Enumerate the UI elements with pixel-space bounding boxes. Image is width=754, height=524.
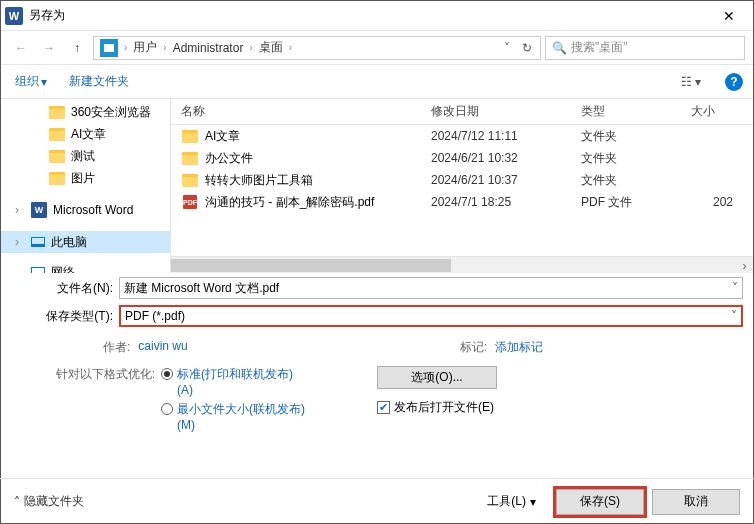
refresh-icon[interactable]: ↻ bbox=[516, 41, 538, 55]
sidebar-item[interactable]: 360安全浏览器 bbox=[1, 101, 170, 123]
filename-label: 文件名(N): bbox=[11, 280, 119, 297]
column-headers[interactable]: 名称 修改日期 类型 大小 bbox=[171, 99, 753, 125]
drive-icon bbox=[100, 39, 118, 57]
horizontal-scrollbar[interactable]: ‹ › bbox=[171, 256, 753, 273]
col-type[interactable]: 类型 bbox=[581, 103, 691, 120]
search-icon: 🔍 bbox=[552, 41, 567, 55]
chevron-up-icon: ˄ bbox=[14, 495, 20, 509]
tags-value[interactable]: 添加标记 bbox=[495, 339, 543, 356]
filetype-select[interactable]: PDF (*.pdf)˅ bbox=[119, 305, 743, 327]
folder-icon bbox=[49, 128, 65, 141]
breadcrumb-dropdown-icon[interactable]: ˅ bbox=[498, 41, 516, 55]
search-input[interactable]: 🔍 搜索"桌面" bbox=[545, 36, 745, 60]
view-mode-button[interactable]: ☷ ▾ bbox=[681, 75, 701, 89]
sidebar-item-word[interactable]: ›WMicrosoft Word bbox=[1, 199, 170, 221]
network-icon bbox=[31, 267, 45, 273]
sidebar-item[interactable]: 测试 bbox=[1, 145, 170, 167]
word-icon: W bbox=[31, 202, 47, 218]
options-button[interactable]: 选项(O)... bbox=[377, 366, 497, 389]
file-row[interactable]: PDF沟通的技巧 - 副本_解除密码.pdf2024/7/1 18:25PDF … bbox=[171, 191, 753, 213]
scroll-right-icon[interactable]: › bbox=[736, 257, 753, 274]
app-word-icon: W bbox=[5, 7, 23, 25]
pdf-icon: PDF bbox=[183, 195, 197, 209]
file-list[interactable]: AI文章2024/7/12 11:11文件夹 办公文件2024/6/21 10:… bbox=[171, 125, 753, 256]
open-after-checkbox[interactable]: ✔发布后打开文件(E) bbox=[377, 399, 497, 416]
breadcrumb-segment[interactable]: 用户 bbox=[129, 39, 161, 56]
chevron-right-icon: › bbox=[161, 42, 168, 53]
sidebar-item[interactable]: 图片 bbox=[1, 167, 170, 189]
folder-icon bbox=[182, 130, 198, 143]
search-placeholder: 搜索"桌面" bbox=[571, 39, 628, 56]
sidebar-item-network[interactable]: 网络 bbox=[1, 261, 170, 273]
file-row[interactable]: 转转大师图片工具箱2024/6/21 10:37文件夹 bbox=[171, 169, 753, 191]
file-row[interactable]: 办公文件2024/6/21 10:32文件夹 bbox=[171, 147, 753, 169]
new-folder-button[interactable]: 新建文件夹 bbox=[65, 71, 133, 92]
breadcrumb[interactable]: › 用户 › Administrator › 桌面 › ˅ ↻ bbox=[93, 36, 541, 60]
chevron-down-icon: ▾ bbox=[530, 495, 536, 509]
col-name[interactable]: 名称 bbox=[181, 103, 431, 120]
optimize-min-radio[interactable]: 最小文件大小(联机发布)(M) bbox=[161, 401, 307, 432]
tags-label: 标记: bbox=[460, 339, 487, 356]
nav-back-icon[interactable]: ← bbox=[9, 36, 33, 60]
hide-folders-toggle[interactable]: ˄隐藏文件夹 bbox=[14, 493, 84, 510]
chevron-right-icon: › bbox=[15, 203, 25, 217]
chevron-down-icon[interactable]: ˅ bbox=[731, 309, 737, 323]
folder-icon bbox=[182, 152, 198, 165]
chevron-right-icon: › bbox=[287, 42, 294, 53]
pc-icon bbox=[31, 237, 45, 247]
sidebar-item-pc[interactable]: ›此电脑 bbox=[1, 231, 170, 253]
filename-input[interactable]: 新建 Microsoft Word 文档.pdf˅ bbox=[119, 277, 743, 299]
radio-icon bbox=[161, 368, 173, 380]
help-icon[interactable]: ? bbox=[725, 73, 743, 91]
nav-forward-icon: → bbox=[37, 36, 61, 60]
close-button[interactable]: ✕ bbox=[709, 2, 749, 30]
tools-dropdown[interactable]: 工具(L) ▾ bbox=[487, 493, 536, 510]
chevron-right-icon: › bbox=[122, 42, 129, 53]
chevron-right-icon: › bbox=[15, 235, 25, 249]
folder-icon bbox=[49, 106, 65, 119]
folder-tree[interactable]: 360安全浏览器 AI文章 测试 图片 ›WMicrosoft Word ›此电… bbox=[1, 99, 171, 273]
save-button[interactable]: 保存(S) bbox=[556, 489, 644, 515]
cancel-button[interactable]: 取消 bbox=[652, 489, 740, 515]
filetype-label: 保存类型(T): bbox=[11, 308, 119, 325]
author-label: 作者: bbox=[103, 339, 130, 356]
file-row[interactable]: AI文章2024/7/12 11:11文件夹 bbox=[171, 125, 753, 147]
breadcrumb-segment[interactable]: 桌面 bbox=[255, 39, 287, 56]
checkbox-icon: ✔ bbox=[377, 401, 390, 414]
nav-up-icon[interactable]: ↑ bbox=[65, 36, 89, 60]
folder-icon bbox=[49, 172, 65, 185]
sidebar-item[interactable]: AI文章 bbox=[1, 123, 170, 145]
chevron-down-icon[interactable]: ˅ bbox=[732, 281, 738, 295]
col-date[interactable]: 修改日期 bbox=[431, 103, 581, 120]
breadcrumb-segment[interactable]: Administrator bbox=[169, 41, 248, 55]
chevron-down-icon: ▾ bbox=[41, 75, 47, 89]
chevron-right-icon: › bbox=[247, 42, 254, 53]
radio-icon bbox=[161, 403, 173, 415]
folder-icon bbox=[49, 150, 65, 163]
col-size[interactable]: 大小 bbox=[691, 103, 753, 120]
optimize-standard-radio[interactable]: 标准(打印和联机发布)(A) bbox=[161, 366, 307, 397]
optimize-label: 针对以下格式优化: bbox=[35, 366, 161, 434]
scrollbar-thumb[interactable] bbox=[171, 259, 451, 272]
folder-icon bbox=[182, 174, 198, 187]
window-title: 另存为 bbox=[29, 7, 709, 24]
author-value[interactable]: caivin wu bbox=[138, 339, 187, 353]
organize-button[interactable]: 组织 ▾ bbox=[11, 71, 51, 92]
